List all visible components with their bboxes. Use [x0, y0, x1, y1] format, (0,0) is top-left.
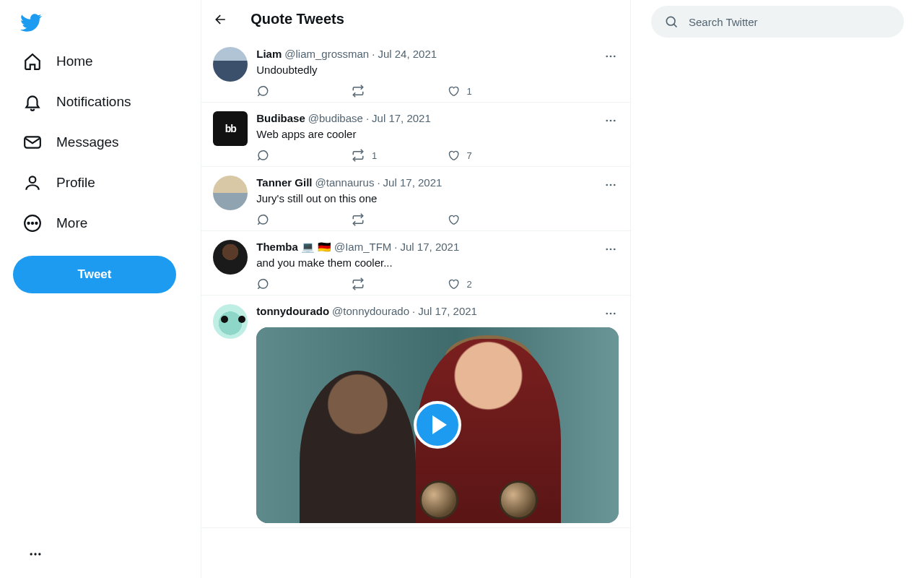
tweet-text: Jury's still out on this one [256, 191, 619, 206]
tweet-body: tonnydourado @tonnydourado · Jul 17, 202… [256, 304, 619, 523]
nav-notifications[interactable]: Notifications [13, 84, 141, 120]
name-emoji: 💻 🇩🇪 [301, 240, 331, 254]
avatar[interactable] [213, 240, 248, 275]
reply-button[interactable] [256, 149, 352, 162]
display-name[interactable]: Tanner Gill [256, 176, 312, 190]
tweet-header: Budibase @budibase · Jul 17, 2021 [256, 111, 619, 126]
avatar[interactable] [213, 47, 248, 82]
twitter-logo[interactable] [13, 4, 49, 40]
tweet-date[interactable]: Jul 17, 2021 [383, 176, 443, 190]
svg-point-24 [666, 17, 675, 25]
tweet-more-button[interactable] [598, 173, 623, 197]
tweet-date[interactable]: Jul 17, 2021 [401, 240, 460, 254]
reply-icon [256, 85, 269, 98]
tweet[interactable]: Liam @liam_grossman · Jul 24, 2021Undoub… [201, 38, 630, 103]
tweet-header: tonnydourado @tonnydourado · Jul 17, 202… [256, 304, 619, 319]
search-input[interactable] [689, 16, 891, 28]
reply-icon [256, 149, 269, 162]
tweet[interactable]: Tanner Gill @tannaurus · Jul 17, 2021Jur… [201, 167, 630, 231]
user-handle[interactable]: @tonnydourado [332, 304, 409, 319]
svg-point-1 [30, 176, 36, 183]
tweet[interactable]: tonnydourado @tonnydourado · Jul 17, 202… [201, 296, 630, 528]
reply-button[interactable] [256, 213, 352, 226]
like-button[interactable] [447, 213, 542, 226]
compose-tweet-button[interactable]: Tweet [13, 256, 176, 293]
svg-point-9 [606, 56, 608, 58]
like-count: 2 [467, 279, 472, 290]
home-icon [23, 52, 42, 71]
nav-more[interactable]: More [13, 205, 97, 241]
tweet-more-button[interactable] [598, 301, 623, 326]
bell-icon [23, 92, 42, 111]
tweet-more-button[interactable] [598, 108, 623, 133]
like-button[interactable]: 7 [447, 149, 542, 162]
main-column: Quote Tweets Liam @liam_grossman · Jul 2… [201, 0, 631, 578]
arrow-left-icon [214, 12, 228, 27]
reply-button[interactable] [256, 85, 352, 98]
nav-messages-label: Messages [56, 134, 119, 150]
tweet-date[interactable]: Jul 17, 2021 [418, 304, 477, 319]
play-button[interactable] [414, 401, 461, 449]
svg-point-15 [606, 184, 608, 186]
avatar[interactable] [213, 304, 248, 339]
svg-point-22 [610, 313, 612, 315]
nav-home[interactable]: Home [13, 43, 103, 79]
retweet-icon [352, 85, 365, 98]
retweet-button[interactable] [352, 277, 447, 290]
avatar[interactable]: bb [213, 111, 248, 146]
svg-point-7 [34, 553, 36, 555]
separator-dot: · [394, 240, 397, 254]
reply-button[interactable] [256, 277, 352, 290]
tweet-text: Undoubtedly [256, 63, 619, 77]
retweet-button[interactable] [352, 85, 447, 98]
svg-point-11 [614, 56, 616, 58]
heart-icon [447, 277, 460, 290]
nav-messages[interactable]: Messages [13, 124, 129, 160]
nav-profile[interactable]: Profile [13, 165, 105, 201]
svg-point-10 [610, 56, 612, 58]
heart-icon [447, 149, 460, 162]
display-name[interactable]: tonnydourado [256, 304, 329, 319]
display-name[interactable]: Themba [256, 240, 298, 254]
sidebar-nav: Home Notifications Messages Profile More [0, 0, 201, 578]
display-name[interactable]: Budibase [256, 111, 305, 126]
tweet-date[interactable]: Jul 17, 2021 [372, 111, 431, 126]
right-column [631, 0, 924, 578]
tweet-more-button[interactable] [598, 237, 623, 262]
tweet[interactable]: Themba💻 🇩🇪 @Iam_TFM · Jul 17, 2021and yo… [201, 231, 630, 296]
retweet-button[interactable]: 1 [352, 149, 447, 162]
envelope-icon [23, 133, 42, 152]
account-menu-button[interactable] [23, 542, 48, 566]
retweet-count: 1 [372, 150, 377, 161]
tweet-actions: 1 [256, 85, 563, 98]
reply-icon [256, 213, 269, 226]
heart-icon [447, 213, 460, 226]
svg-point-5 [35, 223, 37, 224]
like-button[interactable]: 2 [447, 277, 542, 290]
tweet-more-button[interactable] [598, 44, 623, 69]
tweet[interactable]: bbBudibase @budibase · Jul 17, 2021Web a… [201, 103, 630, 167]
user-handle[interactable]: @tannaurus [315, 176, 374, 190]
user-handle[interactable]: @Iam_TFM [334, 240, 391, 254]
back-button[interactable] [209, 7, 233, 32]
user-handle[interactable]: @liam_grossman [284, 47, 369, 61]
nav-more-label: More [56, 215, 87, 231]
search-box[interactable] [651, 6, 904, 38]
svg-point-13 [610, 120, 612, 122]
nav-notifications-label: Notifications [56, 94, 131, 110]
retweet-button[interactable] [352, 213, 447, 226]
tweet-media[interactable] [256, 327, 619, 523]
tweet-actions [256, 213, 563, 226]
tweet-text: Web apps are cooler [256, 127, 619, 142]
avatar[interactable] [213, 176, 248, 210]
retweet-icon [352, 149, 365, 162]
user-handle[interactable]: @budibase [308, 111, 363, 126]
separator-dot: · [366, 111, 369, 126]
display-name[interactable]: Liam [256, 47, 282, 61]
like-button[interactable]: 1 [447, 85, 542, 98]
svg-point-18 [606, 249, 608, 251]
tweet-feed: Liam @liam_grossman · Jul 24, 2021Undoub… [201, 38, 630, 528]
tweet-date[interactable]: Jul 24, 2021 [378, 47, 437, 61]
separator-dot: · [412, 304, 415, 319]
twitter-bird-icon [20, 12, 42, 33]
